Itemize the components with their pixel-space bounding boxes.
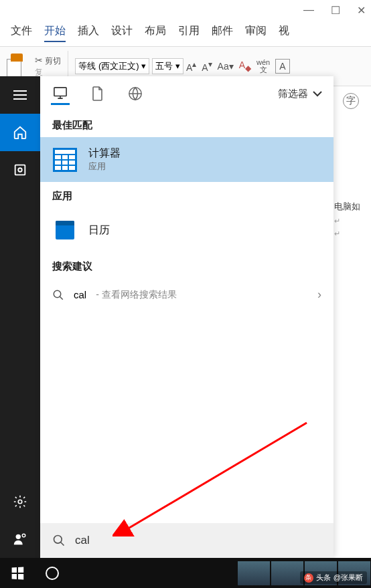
sidebar-menu-button[interactable] — [0, 76, 40, 114]
globe-icon — [128, 86, 143, 101]
taskbar-app[interactable] — [238, 561, 270, 585]
account-icon — [13, 532, 27, 547]
tab-view[interactable]: 视 — [279, 24, 289, 42]
tab-insert[interactable]: 插入 — [78, 24, 99, 42]
hamburger-icon — [13, 88, 27, 102]
scope-documents-button[interactable] — [88, 84, 107, 103]
tab-references[interactable]: 引用 — [178, 24, 200, 42]
start-sidebar — [0, 76, 40, 558]
home-icon — [13, 125, 27, 140]
font-size-select[interactable]: 五号 ▾ — [152, 58, 183, 74]
timeline-icon — [13, 163, 27, 177]
svg-point-2 — [18, 500, 22, 504]
svg-point-10 — [54, 536, 62, 544]
suggestions-header: 搜索建议 — [40, 252, 333, 278]
watermark: 条 头条@张果断 — [300, 571, 367, 584]
taskbar-app[interactable] — [271, 561, 303, 585]
svg-point-1 — [18, 168, 22, 172]
search-panel: 筛选器 最佳匹配 计算器 应用 应用 日历 — [40, 76, 333, 558]
suggestion-hint: - 查看网络搜索结果 — [96, 289, 177, 301]
phonetic-guide-button[interactable]: wén文 — [256, 59, 270, 74]
minimize-button[interactable]: — — [303, 4, 314, 16]
watermark-icon: 条 — [304, 573, 313, 583]
tab-home[interactable]: 开始 — [44, 24, 66, 42]
annotation-arrow — [113, 416, 313, 536]
cortana-icon — [46, 567, 59, 580]
shrink-font-button[interactable]: A▾ — [202, 60, 212, 73]
sidebar-settings-button[interactable] — [0, 483, 40, 520]
calculator-icon — [53, 148, 77, 172]
gear-icon — [13, 494, 27, 509]
sidebar-account-button[interactable] — [0, 520, 40, 558]
char-border-button[interactable]: A — [275, 59, 289, 74]
cortana-button[interactable] — [35, 558, 70, 588]
svg-line-9 — [126, 423, 307, 530]
enclose-char-button[interactable]: 字 — [343, 93, 359, 109]
sidebar-home-button[interactable] — [0, 114, 40, 151]
document-text: 电脑如 ↵ ↵ — [334, 201, 371, 242]
copy-label-partial: 复 — [35, 68, 43, 77]
best-match-header: 最佳匹配 — [40, 111, 333, 137]
close-button[interactable]: ✕ — [357, 4, 366, 17]
sidebar-timeline-button[interactable] — [0, 151, 40, 189]
result-title: 计算器 — [88, 146, 121, 161]
document-icon — [92, 86, 104, 101]
search-icon — [52, 534, 66, 547]
web-suggestion[interactable]: cal - 查看网络搜索结果 › — [40, 278, 333, 311]
scope-all-button[interactable] — [51, 86, 70, 105]
svg-point-7 — [54, 290, 61, 298]
tab-file[interactable]: 文件 — [11, 24, 32, 42]
windows-icon — [12, 567, 24, 579]
cut-label[interactable]: 剪切 — [45, 56, 61, 66]
tab-design[interactable]: 设计 — [111, 24, 133, 42]
clipboard-actions: ✂ 剪切 复 — [35, 55, 61, 78]
tab-review[interactable]: 审阅 — [245, 24, 267, 42]
panel-body — [40, 311, 333, 523]
scissors-icon: ✂ — [35, 55, 43, 66]
result-title: 日历 — [88, 223, 110, 237]
change-case-button[interactable]: Aa▾ — [218, 61, 234, 72]
svg-point-4 — [22, 534, 25, 537]
result-calculator[interactable]: 计算器 应用 — [40, 137, 333, 182]
filter-dropdown[interactable]: 筛选器 — [278, 88, 323, 100]
start-button[interactable] — [0, 558, 35, 588]
result-calendar[interactable]: 日历 — [40, 208, 333, 252]
calendar-icon — [56, 221, 74, 239]
chevron-right-icon: › — [317, 288, 321, 302]
apps-header: 应用 — [40, 182, 333, 208]
search-scope-header: 筛选器 — [40, 76, 333, 111]
grow-font-button[interactable]: A▴ — [186, 60, 196, 73]
paste-icon[interactable] — [7, 54, 28, 79]
svg-rect-5 — [54, 87, 66, 96]
chevron-down-icon — [312, 90, 323, 97]
search-icon — [52, 289, 64, 301]
font-name-select[interactable]: 等线 (西文正文) ▾ — [75, 58, 149, 74]
monitor-icon — [53, 86, 68, 100]
scope-web-button[interactable] — [126, 84, 145, 103]
tab-layout[interactable]: 布局 — [145, 24, 166, 42]
search-input-box[interactable]: cal — [40, 523, 333, 558]
svg-point-3 — [16, 534, 21, 539]
maximize-button[interactable]: ☐ — [331, 4, 340, 17]
clear-format-button[interactable]: A◆ — [239, 60, 251, 73]
search-input-value: cal — [75, 534, 90, 547]
tab-mail[interactable]: 邮件 — [212, 24, 233, 42]
result-subtitle: 应用 — [88, 161, 121, 173]
ribbon-tabs: 文件 开始 插入 设计 布局 引用 邮件 审阅 视 — [0, 20, 371, 46]
svg-rect-0 — [15, 165, 25, 175]
suggestion-query: cal — [74, 289, 86, 300]
window-titlebar: — ☐ ✕ — [0, 0, 371, 20]
